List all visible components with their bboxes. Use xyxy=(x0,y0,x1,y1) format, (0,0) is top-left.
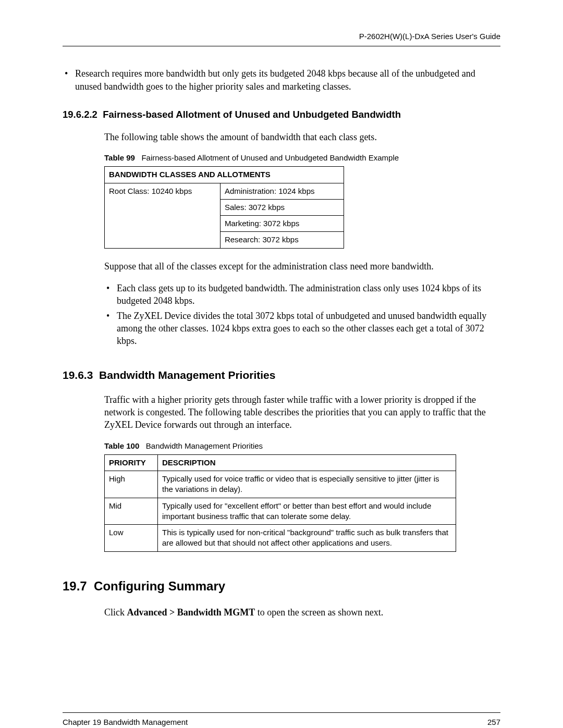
heading-title: Fairness-based Allotment of Unused and U… xyxy=(103,109,401,120)
alloc-cell: Marketing: 3072 kbps xyxy=(220,216,344,232)
alloc-cell: Administration: 1024 kbps xyxy=(220,183,344,199)
heading-number: 19.6.2.2 xyxy=(63,109,97,120)
intro-bullet: Research requires more bandwidth but onl… xyxy=(63,67,500,93)
table-100-label: Table 100 xyxy=(104,441,139,450)
footer-page-number: 257 xyxy=(487,717,500,727)
description-cell: Typically used for "excellent effort" or… xyxy=(158,498,456,525)
click-suffix: to open the screen as shown next. xyxy=(255,607,383,618)
guide-title: P-2602H(W)(L)-DxA Series User's Guide xyxy=(359,32,500,41)
alloc-table-header: BANDWIDTH CLASSES AND ALLOTMENTS xyxy=(105,167,344,183)
alloc-cell: Sales: 3072 kbps xyxy=(220,199,344,215)
table-row: BANDWIDTH CLASSES AND ALLOTMENTS xyxy=(105,167,344,183)
table-100-caption: Table 100 Bandwidth Management Prioritie… xyxy=(104,441,495,451)
table-row: High Typically used for voice traffic or… xyxy=(105,471,456,498)
alloc-cell: Research: 3072 kbps xyxy=(220,232,344,248)
priority-header: PRIORITY xyxy=(105,454,158,471)
table-99-title: Fairness-based Allotment of Unused and U… xyxy=(141,153,399,162)
table-row: Root Class: 10240 kbps Administration: 1… xyxy=(105,183,344,199)
priority-cell: Mid xyxy=(105,498,158,525)
table-100-title: Bandwidth Management Priorities xyxy=(146,441,263,450)
intro-bullet-list: Research requires more bandwidth but onl… xyxy=(63,67,500,93)
root-class-cell: Root Class: 10240 kbps xyxy=(105,183,221,248)
priority-table: PRIORITY DESCRIPTION High Typically used… xyxy=(104,454,456,552)
priority-cell: Low xyxy=(105,525,158,552)
list-item: Each class gets up to its budgeted bandw… xyxy=(104,282,495,307)
description-cell: This is typically used for non-critical … xyxy=(158,525,456,552)
table-99-caption: Table 99 Fairness-based Allotment of Unu… xyxy=(104,153,495,163)
heading-19-7: 19.7 Configuring Summary xyxy=(63,578,500,595)
fairness-bullets: Each class gets up to its budgeted bandw… xyxy=(104,282,495,347)
heading-title: Configuring Summary xyxy=(94,579,225,593)
heading-19-6-3: 19.6.3 Bandwidth Management Priorities xyxy=(63,368,500,382)
heading-number: 19.6.3 xyxy=(63,369,93,381)
table-row: Low This is typically used for non-criti… xyxy=(105,525,456,552)
heading-title: Bandwidth Management Priorities xyxy=(99,369,275,381)
table-row: Mid Typically used for "excellent effort… xyxy=(105,498,456,525)
suppose-text: Suppose that all of the classes except f… xyxy=(104,260,495,273)
click-path: Advanced > Bandwidth MGMT xyxy=(127,607,255,618)
list-item: The ZyXEL Device divides the total 3072 … xyxy=(104,310,495,348)
bandwidth-allotment-table: BANDWIDTH CLASSES AND ALLOTMENTS Root Cl… xyxy=(104,166,344,248)
footer-chapter: Chapter 19 Bandwidth Management xyxy=(63,717,188,727)
description-cell: Typically used for voice traffic or vide… xyxy=(158,471,456,498)
table-99-label: Table 99 xyxy=(104,153,135,162)
priority-cell: High xyxy=(105,471,158,498)
sec-19-6-2-2-intro: The following table shows the amount of … xyxy=(104,131,495,143)
page-footer: Chapter 19 Bandwidth Management 257 xyxy=(63,712,500,727)
configuring-summary-text: Click Advanced > Bandwidth MGMT to open … xyxy=(104,606,495,619)
heading-19-6-2-2: 19.6.2.2 Fairness-based Allotment of Unu… xyxy=(63,108,500,121)
click-prefix: Click xyxy=(104,607,127,618)
heading-number: 19.7 xyxy=(63,579,87,593)
sec-19-6-3-intro: Traffic with a higher priority gets thro… xyxy=(104,393,495,431)
page-header: P-2602H(W)(L)-DxA Series User's Guide xyxy=(63,31,500,46)
table-row: PRIORITY DESCRIPTION xyxy=(105,454,456,471)
description-header: DESCRIPTION xyxy=(158,454,456,471)
